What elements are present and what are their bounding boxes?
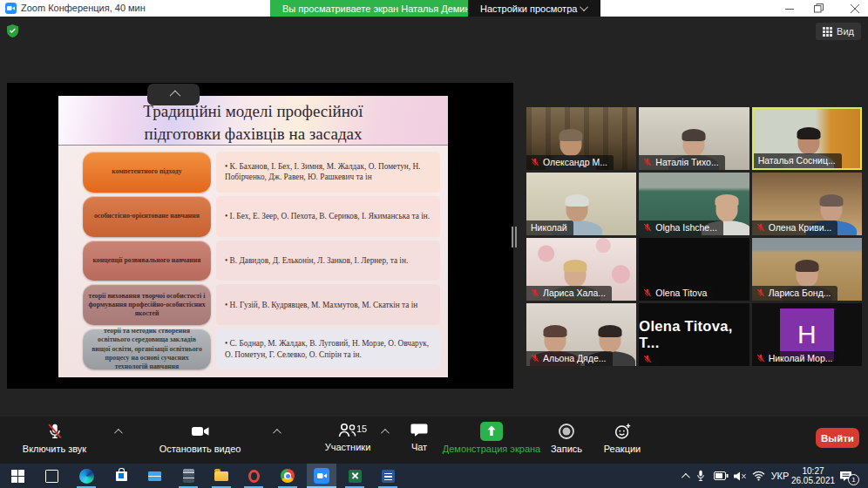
taskbar-app-zoom[interactable] — [311, 465, 332, 486]
view-layout-button[interactable]: Вид — [816, 23, 861, 40]
taskbar-app-excel[interactable] — [344, 465, 365, 486]
video-tile-camera-off[interactable]: Olena Titova — [639, 238, 749, 301]
slide-row: особистісно-орієнтоване навчання • І. Бе… — [83, 196, 440, 237]
task-view-button[interactable] — [41, 465, 62, 486]
video-tile-camera-off[interactable]: Olena Titova, T... — [639, 303, 749, 366]
minimize-button[interactable] — [778, 2, 801, 15]
participants-label: Участники — [325, 442, 371, 452]
participant-name-label: Олександр М... — [526, 155, 614, 170]
participant-name-label — [639, 353, 658, 366]
tray-wifi-icon[interactable] — [750, 469, 766, 483]
zoom-app-icon — [5, 3, 17, 14]
shared-screen-area: Традиційні моделі професійної підготовки… — [7, 83, 513, 389]
word-icon — [382, 470, 395, 483]
stop-video-label: Остановить видео — [159, 444, 241, 454]
close-icon — [851, 4, 859, 13]
muted-mic-icon — [756, 288, 765, 297]
mail-icon — [148, 471, 161, 481]
slide-row: компетентного підходу • К. Баханов, І. Б… — [83, 152, 440, 193]
slide-title: Традиційні моделі професійної підготовки… — [58, 96, 448, 146]
video-tile[interactable]: Наталія Тихо... — [639, 107, 749, 170]
restore-button[interactable] — [807, 2, 830, 15]
unmute-button[interactable]: Включить звук — [9, 422, 100, 454]
slide-row-label: теорії та методик створення освітнього с… — [83, 329, 211, 369]
collapse-video-panel-button[interactable] — [147, 84, 200, 105]
video-tile[interactable]: Олександр М... — [526, 107, 636, 170]
participants-count: 15 — [356, 424, 367, 434]
video-tile[interactable]: Лариса Бонд... — [752, 238, 862, 301]
window-title-bar: Zoom Конференция, 40 мин Вы просматривае… — [0, 0, 868, 17]
slide-title-line1: Традиційні моделі професійної — [58, 100, 448, 123]
audio-options-chevron[interactable] — [112, 427, 122, 436]
reactions-button[interactable]: Реакции — [596, 422, 648, 454]
participants-button[interactable]: Участники — [314, 422, 382, 452]
start-button[interactable] — [7, 465, 28, 486]
microsoft-store-icon — [116, 471, 127, 481]
notification-badge: 1 — [848, 474, 859, 485]
taskbar-app-file-explorer[interactable] — [211, 465, 232, 486]
unmute-label: Включить звук — [23, 444, 86, 454]
slide-row-label: особистісно-орієнтоване навчання — [83, 196, 211, 237]
video-tile-camera-off[interactable]: Н Николай Мор... — [752, 303, 862, 366]
reactions-smiley-icon — [613, 422, 633, 441]
slide-row: теорії виховання творчої особистості і ф… — [83, 284, 440, 325]
participant-name-label: Наталья Сосниц... — [754, 153, 842, 168]
chevron-up-icon — [169, 91, 180, 102]
zoom-app-icon — [314, 468, 329, 484]
slide-row-authors: • С. Боднар, М. Жалдак, В. Луговий, Н. М… — [216, 329, 440, 369]
view-settings-button[interactable]: Настройки просмотра — [468, 0, 600, 17]
slide-row-authors: • І. Бех, Е. Зеер, О. Пехота, В. Сериков… — [216, 196, 440, 237]
taskbar-app-opera[interactable] — [243, 465, 264, 486]
minimize-icon — [785, 4, 794, 13]
stop-video-button[interactable]: Остановить видео — [141, 422, 259, 454]
taskbar-app-store[interactable] — [111, 465, 132, 486]
muted-mic-icon — [756, 223, 765, 232]
panel-resize-handle[interactable] — [511, 227, 518, 247]
participant-name-label: Olena Titova — [639, 286, 713, 301]
video-tile-active-speaker[interactable]: Наталья Сосниц... — [752, 107, 862, 170]
record-label: Запись — [551, 444, 582, 454]
chevron-down-icon — [580, 3, 589, 11]
close-button[interactable] — [844, 2, 866, 15]
video-camera-icon — [190, 422, 211, 441]
security-shield-icon[interactable] — [7, 24, 18, 41]
taskbar-app-chrome[interactable] — [277, 465, 298, 486]
muted-mic-icon — [531, 354, 539, 363]
taskbar-app-calculator[interactable] — [178, 465, 199, 486]
video-tile[interactable]: Лариса Хала... — [526, 238, 636, 301]
leave-meeting-button[interactable]: Выйти — [816, 428, 859, 448]
grid-view-icon — [823, 27, 832, 37]
slide-row-authors: • Н. Гузій, В. Кудрявцев, М. Махмутов, М… — [216, 284, 440, 325]
taskbar-app-word[interactable] — [377, 465, 398, 486]
muted-mic-icon — [531, 288, 539, 297]
participant-name-label: Лариса Хала... — [526, 286, 612, 301]
muted-mic-icon — [643, 355, 652, 363]
window-title: Zoom Конференция, 40 мин — [21, 3, 146, 13]
tray-volume-muted-icon[interactable] — [732, 469, 748, 483]
participant-name-label: Лариса Бонд... — [752, 286, 837, 301]
windows-logo-icon — [11, 470, 24, 483]
video-tile[interactable]: Альона Дяде... — [526, 303, 636, 366]
muted-mic-icon — [643, 288, 652, 297]
participants-options-chevron[interactable] — [378, 427, 389, 436]
restore-icon — [814, 3, 824, 13]
record-button[interactable]: Запись — [542, 422, 591, 454]
video-tile[interactable]: Олена Криви... — [752, 173, 862, 235]
chat-bubble-icon — [410, 422, 429, 439]
video-tile[interactable]: Николай — [526, 173, 636, 235]
tray-expand-chevron[interactable] — [677, 469, 691, 483]
taskbar-app-mail[interactable] — [144, 465, 165, 486]
screen-share-banner: Вы просматриваете экран Наталья Демина — [270, 0, 488, 17]
file-explorer-icon — [214, 471, 228, 481]
presentation-slide: Традиційні моделі професійної підготовки… — [58, 96, 448, 377]
video-tile[interactable]: Olgha Ishche... — [639, 173, 749, 235]
chrome-icon — [281, 469, 295, 483]
video-options-chevron[interactable] — [270, 427, 281, 436]
tray-battery-icon[interactable] — [712, 469, 729, 483]
share-screen-button[interactable]: Демонстрация экрана — [440, 422, 543, 454]
tray-clock[interactable]: 10:27 26.05.2021 — [787, 466, 839, 485]
tray-mic-icon[interactable] — [694, 469, 708, 483]
chat-button[interactable]: Чат — [399, 422, 439, 452]
slide-title-line2: підготовки фахівців на засадах — [58, 123, 448, 146]
taskbar-app-edge[interactable] — [76, 465, 97, 486]
